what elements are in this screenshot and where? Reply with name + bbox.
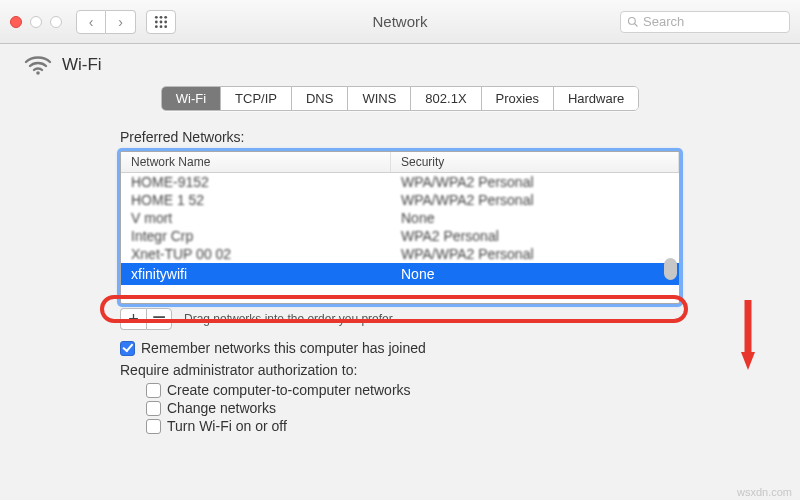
content-area: Preferred Networks: Network Name Securit…	[0, 111, 800, 434]
minimize-icon[interactable]	[30, 16, 42, 28]
svg-point-9	[629, 17, 636, 24]
remember-networks-checkbox[interactable]	[120, 341, 135, 356]
svg-point-8	[164, 25, 167, 28]
search-input[interactable]: Search	[620, 11, 790, 33]
admin-opt-create-adhoc[interactable]: Create computer-to-computer networks	[146, 382, 680, 398]
remember-networks-label: Remember networks this computer has join…	[141, 340, 426, 356]
require-admin-label: Require administrator authorization to:	[120, 362, 680, 378]
table-buttons: + − Drag networks into the order you pre…	[120, 308, 680, 330]
tab-8021x[interactable]: 802.1X	[411, 87, 481, 110]
checkbox[interactable]	[146, 401, 161, 416]
preferred-networks-label: Preferred Networks:	[120, 129, 680, 145]
tab-wins[interactable]: WINS	[348, 87, 411, 110]
svg-point-3	[155, 20, 158, 23]
table-row[interactable]: HOME-9152WPA/WPA2 Personal	[121, 173, 679, 191]
pane-header: Wi-Fi	[0, 44, 800, 80]
tab-tcpip[interactable]: TCP/IP	[221, 87, 292, 110]
checkbox[interactable]	[146, 419, 161, 434]
add-network-button[interactable]: +	[120, 308, 146, 330]
table-row[interactable]: Integr CrpWPA2 Personal	[121, 227, 679, 245]
table-header: Network Name Security	[121, 152, 679, 173]
tab-proxies[interactable]: Proxies	[482, 87, 554, 110]
column-network-name[interactable]: Network Name	[121, 152, 391, 172]
admin-options: Create computer-to-computer networks Cha…	[120, 382, 680, 434]
tab-bar: Wi-Fi TCP/IP DNS WINS 802.1X Proxies Har…	[161, 86, 640, 111]
svg-point-1	[160, 15, 163, 18]
wifi-icon	[24, 54, 52, 76]
remove-network-button[interactable]: −	[146, 308, 172, 330]
tab-dns[interactable]: DNS	[292, 87, 348, 110]
svg-point-0	[155, 15, 158, 18]
tab-wifi[interactable]: Wi-Fi	[162, 87, 221, 110]
table-row[interactable]: HOME 1 52WPA/WPA2 Personal	[121, 191, 679, 209]
tab-hardware[interactable]: Hardware	[554, 87, 638, 110]
watermark: wsxdn.com	[737, 486, 792, 498]
show-all-button[interactable]	[146, 10, 176, 34]
column-security[interactable]: Security	[391, 152, 679, 172]
table-body[interactable]: HOME-9152WPA/WPA2 Personal HOME 1 52WPA/…	[121, 173, 679, 303]
search-icon	[627, 16, 639, 28]
preferred-networks-table[interactable]: Network Name Security HOME-9152WPA/WPA2 …	[120, 151, 680, 304]
close-icon[interactable]	[10, 16, 22, 28]
table-row[interactable]: V mortNone	[121, 209, 679, 227]
svg-point-5	[164, 20, 167, 23]
scrollbar[interactable]	[664, 258, 677, 280]
svg-point-4	[160, 20, 163, 23]
checkbox[interactable]	[146, 383, 161, 398]
table-row[interactable]: Xnet-TUP 00 02WPA/WPA2 Personal	[121, 245, 679, 263]
table-row-selected[interactable]: xfinitywifiNone	[121, 263, 679, 285]
svg-point-6	[155, 25, 158, 28]
admin-opt-change-networks[interactable]: Change networks	[146, 400, 680, 416]
zoom-icon[interactable]	[50, 16, 62, 28]
page-title: Wi-Fi	[62, 55, 102, 75]
svg-line-10	[635, 23, 638, 26]
forward-button[interactable]: ›	[106, 10, 136, 34]
svg-point-2	[164, 15, 167, 18]
svg-point-11	[36, 71, 40, 75]
admin-opt-toggle-wifi[interactable]: Turn Wi-Fi on or off	[146, 418, 680, 434]
window-toolbar: ‹ › Network Search	[0, 0, 800, 44]
back-button[interactable]: ‹	[76, 10, 106, 34]
search-placeholder: Search	[643, 14, 684, 29]
remember-networks-row[interactable]: Remember networks this computer has join…	[120, 340, 680, 356]
window-controls[interactable]	[10, 16, 62, 28]
drag-hint: Drag networks into the order you prefer.	[184, 312, 395, 326]
svg-point-7	[160, 25, 163, 28]
